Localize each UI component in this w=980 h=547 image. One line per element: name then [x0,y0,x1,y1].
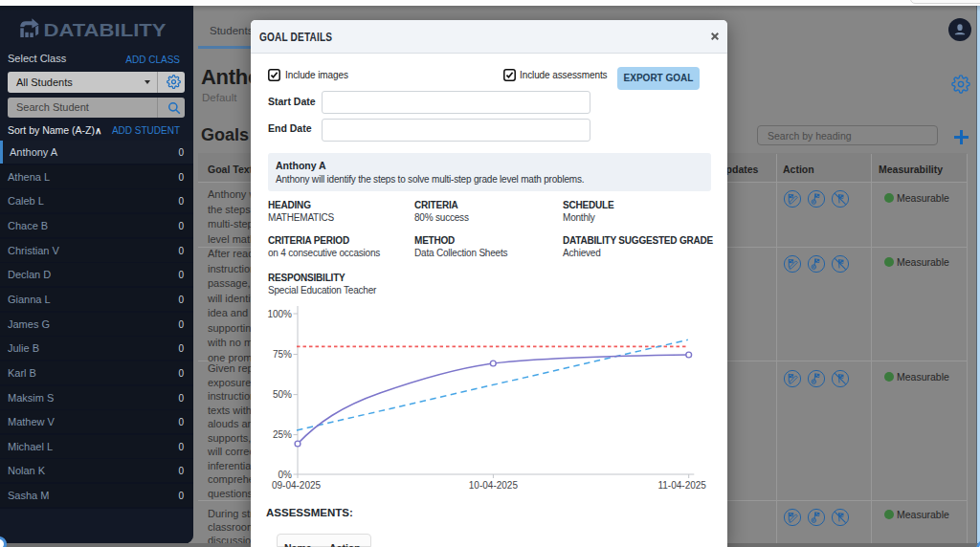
svg-text:0%: 0% [278,470,293,480]
svg-text:09-04-2025: 09-04-2025 [272,480,322,491]
svg-text:25%: 25% [273,429,292,440]
svg-text:DATABILITY: DATABILITY [44,20,167,40]
svg-text:50%: 50% [273,389,292,400]
svg-text:10-04-2025: 10-04-2025 [469,480,519,491]
svg-text:100%: 100% [267,309,292,319]
svg-text:11-04-2025: 11-04-2025 [657,480,706,491]
svg-text:75%: 75% [273,349,292,360]
